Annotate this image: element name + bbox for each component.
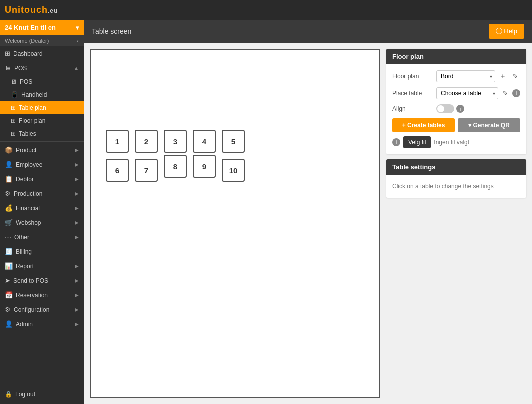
table-settings-empty-text: Click on a table to change the settings <box>392 181 520 192</box>
place-table-control: Choose a table ▾ ✎ i <box>436 87 520 99</box>
floor-plan-add-button[interactable]: ＋ <box>497 71 508 82</box>
sidebar-item-billing[interactable]: 🧾 Billing <box>0 244 84 259</box>
align-toggle[interactable] <box>436 104 454 113</box>
place-table-edit-button[interactable]: ✎ <box>500 88 510 98</box>
sidebar-subitem-floor-plan[interactable]: ⊞ Floor plan <box>0 114 84 127</box>
sidebar-item-dashboard[interactable]: ⊞ Dashboard <box>0 46 84 61</box>
sidebar-subitem-tables[interactable]: ⊞ Tables <box>0 127 84 140</box>
place-table-info-icon[interactable]: i <box>512 89 520 97</box>
sidebar-item-label: Send to POS <box>13 277 75 284</box>
table-settings-card: Table settings Click on a table to chang… <box>386 159 526 198</box>
admin-arrow-icon: ▶ <box>75 321 79 327</box>
sidebar-item-report[interactable]: 📊 Report ▶ <box>0 259 84 273</box>
file-choose-button[interactable]: Velg fil <box>403 136 431 148</box>
place-table-select[interactable]: Choose a table <box>436 87 498 99</box>
floor-plan-edit-button[interactable]: ✎ <box>510 71 520 81</box>
table-settings-card-body: Click on a table to change the settings <box>386 175 526 198</box>
sidebar-subitem-table-plan[interactable]: ⊞ Table plan <box>0 101 84 114</box>
dashboard-icon: ⊞ <box>5 50 10 57</box>
sidebar-item-configuration[interactable]: ⚙ Configuration ▶ <box>0 302 84 317</box>
table-btn-5[interactable]: 5 <box>222 130 245 153</box>
handheld-icon: 📱 <box>11 91 18 98</box>
sidebar-item-employee[interactable]: 👤 Employee ▶ <box>0 157 84 172</box>
logout-label: Log out <box>15 391 35 398</box>
logo: Unitouch.eu <box>5 5 58 15</box>
floor-plan-select[interactable]: Bord <box>436 70 495 82</box>
table-plan-icon: ⊞ <box>11 104 16 111</box>
table-btn-3[interactable]: 3 <box>164 130 187 153</box>
send-to-pos-arrow-icon: ▶ <box>75 278 79 283</box>
pos-sub-icon: 🖥 <box>11 78 17 85</box>
sidebar-item-production[interactable]: ⚙ Production ▶ <box>0 186 84 201</box>
sidebar-subitem-label: Handheld <box>21 91 47 98</box>
logo-text: Unitouch <box>5 5 48 15</box>
table-btn-10[interactable]: 10 <box>222 159 245 182</box>
place-table-row: Place table Choose a table ▾ ✎ i <box>392 87 520 99</box>
welcome-text: Welcome (Dealer) <box>5 38 49 44</box>
pos-arrow-icon: ▲ <box>74 65 79 71</box>
table-btn-4[interactable]: 4 <box>193 130 216 153</box>
main-layout: 24 Knut En til en ▾ Welcome (Dealer) ‹ ⊞… <box>0 20 532 404</box>
tables-icon: ⊞ <box>11 130 16 137</box>
sidebar-item-product[interactable]: 📦 Product ▶ <box>0 143 84 157</box>
help-button[interactable]: ⓘ Help <box>489 24 524 39</box>
sidebar-item-reservation[interactable]: 📅 Reservation ▶ <box>0 288 84 302</box>
table-btn-2[interactable]: 2 <box>135 130 158 153</box>
sidebar-subitem-handheld[interactable]: 📱 Handheld <box>0 88 84 101</box>
generate-qr-button[interactable]: ▾ Generate QR <box>458 118 520 132</box>
align-info-icon[interactable]: i <box>456 105 464 113</box>
admin-icon: 👤 <box>5 320 13 328</box>
create-tables-button[interactable]: + Create tables <box>392 118 455 132</box>
file-name: Ingen fil valgt <box>434 139 469 146</box>
sidebar-item-debtor[interactable]: 📋 Debtor ▶ <box>0 172 84 186</box>
file-upload-info-icon[interactable]: i <box>392 138 400 146</box>
sidebar-item-label: Webshop <box>16 219 75 226</box>
sidebar-subitem-pos[interactable]: 🖥 POS <box>0 75 84 88</box>
other-arrow-icon: ▶ <box>75 234 79 240</box>
logout-button[interactable]: 🔒 Log out <box>5 388 79 400</box>
sidebar-subitem-label: POS <box>20 78 32 85</box>
configuration-arrow-icon: ▶ <box>75 307 79 312</box>
table-canvas[interactable]: 12345678910 <box>91 50 379 397</box>
sidebar-item-admin[interactable]: 👤 Admin ▶ <box>0 317 84 331</box>
align-label: Align <box>392 105 432 112</box>
sidebar-item-label: Production <box>14 190 75 197</box>
align-control: i <box>436 104 520 113</box>
sidebar-item-label: Configuration <box>14 306 75 313</box>
sidebar-item-label: Billing <box>16 248 79 255</box>
sidebar-item-financial[interactable]: 💰 Financial ▶ <box>0 201 84 215</box>
table-btn-8[interactable]: 8 <box>164 155 187 178</box>
production-icon: ⚙ <box>5 190 11 197</box>
financial-arrow-icon: ▶ <box>75 205 79 211</box>
webshop-arrow-icon: ▶ <box>75 220 79 225</box>
debtor-icon: 📋 <box>5 175 13 183</box>
table-btn-7[interactable]: 7 <box>135 159 158 182</box>
product-icon: 📦 <box>5 146 13 154</box>
other-icon: ⋯ <box>5 233 11 241</box>
account-name: 24 Knut En til en <box>5 24 56 31</box>
sidebar-item-pos[interactable]: 🖥 POS ▲ <box>0 61 84 75</box>
sidebar-item-other[interactable]: ⋯ Other ▶ <box>0 230 84 244</box>
sidebar-item-label: Report <box>16 263 75 270</box>
sidebar-item-label: Other <box>14 234 75 241</box>
account-chevron-icon: ▾ <box>76 24 79 31</box>
billing-icon: 🧾 <box>5 248 13 255</box>
sidebar-item-send-to-pos[interactable]: ➤ Send to POS ▶ <box>0 273 84 288</box>
floor-plan-icon: ⊞ <box>11 117 16 124</box>
place-table-select-wrapper: Choose a table ▾ <box>436 87 498 99</box>
sidebar-item-webshop[interactable]: 🛒 Webshop ▶ <box>0 215 84 230</box>
floor-plan-select-wrapper: Bord ▾ <box>436 70 495 82</box>
table-btn-6[interactable]: 6 <box>106 159 129 182</box>
table-btn-9[interactable]: 9 <box>193 155 216 178</box>
floor-plan-label: Floor plan <box>392 73 432 80</box>
product-arrow-icon: ▶ <box>75 147 79 153</box>
sidebar-account[interactable]: 24 Knut En til en ▾ <box>0 20 84 35</box>
table-btn-1[interactable]: 1 <box>106 130 129 153</box>
right-panel: Floor plan Floor plan Bord ▾ <box>386 49 526 398</box>
pos-icon: 🖥 <box>5 64 11 72</box>
action-buttons: + Create tables ▾ Generate QR <box>392 118 520 132</box>
content-area: Table screen ⓘ Help 12345678910 Floor pl… <box>84 20 532 404</box>
content-body: 12345678910 Floor plan Floor plan Bord <box>84 43 532 404</box>
configuration-icon: ⚙ <box>5 306 11 313</box>
logo-suffix: .eu <box>48 7 58 14</box>
